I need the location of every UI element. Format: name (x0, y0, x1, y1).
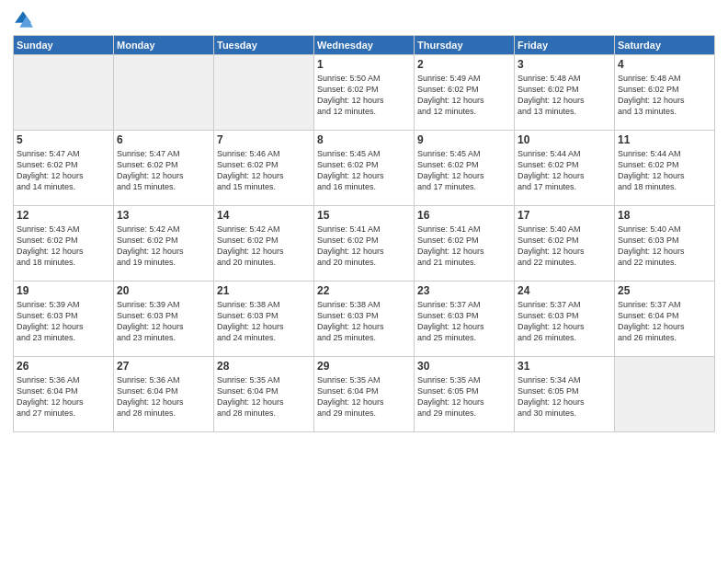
day-info: Sunrise: 5:37 AM Sunset: 6:03 PM Dayligh… (518, 299, 611, 344)
day-info: Sunrise: 5:36 AM Sunset: 6:04 PM Dayligh… (17, 374, 110, 419)
day-info: Sunrise: 5:46 AM Sunset: 6:02 PM Dayligh… (217, 148, 311, 193)
day-number: 10 (518, 133, 611, 146)
calendar-cell (615, 357, 715, 432)
day-number: 12 (17, 209, 110, 222)
calendar-cell (214, 55, 314, 131)
day-number: 22 (317, 284, 411, 297)
weekday-header-tuesday: Tuesday (214, 36, 314, 55)
calendar-cell: 17Sunrise: 5:40 AM Sunset: 6:02 PM Dayli… (515, 206, 615, 282)
day-number: 9 (417, 133, 511, 146)
calendar-cell: 27Sunrise: 5:36 AM Sunset: 6:04 PM Dayli… (114, 357, 214, 432)
calendar-cell: 7Sunrise: 5:46 AM Sunset: 6:02 PM Daylig… (214, 131, 314, 206)
day-info: Sunrise: 5:47 AM Sunset: 6:02 PM Dayligh… (117, 148, 210, 193)
day-info: Sunrise: 5:37 AM Sunset: 6:04 PM Dayligh… (618, 299, 711, 344)
header (13, 9, 715, 29)
day-number: 17 (518, 209, 611, 222)
calendar-cell: 29Sunrise: 5:35 AM Sunset: 6:04 PM Dayli… (314, 357, 415, 432)
day-info: Sunrise: 5:41 AM Sunset: 6:02 PM Dayligh… (317, 224, 411, 269)
day-number: 25 (618, 284, 711, 297)
calendar-cell: 3Sunrise: 5:48 AM Sunset: 6:02 PM Daylig… (515, 55, 615, 131)
day-number: 14 (217, 209, 311, 222)
day-number: 18 (618, 209, 711, 222)
day-info: Sunrise: 5:39 AM Sunset: 6:03 PM Dayligh… (117, 299, 210, 344)
calendar-cell: 21Sunrise: 5:38 AM Sunset: 6:03 PM Dayli… (214, 282, 314, 357)
day-info: Sunrise: 5:35 AM Sunset: 6:05 PM Dayligh… (417, 374, 511, 419)
calendar-cell: 2Sunrise: 5:49 AM Sunset: 6:02 PM Daylig… (415, 55, 515, 131)
day-info: Sunrise: 5:38 AM Sunset: 6:03 PM Dayligh… (217, 299, 311, 344)
calendar-week-2: 5Sunrise: 5:47 AM Sunset: 6:02 PM Daylig… (14, 131, 715, 206)
calendar-cell: 26Sunrise: 5:36 AM Sunset: 6:04 PM Dayli… (14, 357, 114, 432)
day-number: 21 (217, 284, 311, 297)
day-number: 31 (518, 360, 611, 373)
day-number: 2 (417, 58, 511, 71)
day-info: Sunrise: 5:36 AM Sunset: 6:04 PM Dayligh… (117, 374, 210, 419)
weekday-header-friday: Friday (515, 36, 615, 55)
day-info: Sunrise: 5:44 AM Sunset: 6:02 PM Dayligh… (618, 148, 711, 193)
day-number: 11 (618, 133, 711, 146)
day-info: Sunrise: 5:47 AM Sunset: 6:02 PM Dayligh… (17, 148, 110, 193)
calendar-cell: 9Sunrise: 5:45 AM Sunset: 6:02 PM Daylig… (415, 131, 515, 206)
calendar-cell: 8Sunrise: 5:45 AM Sunset: 6:02 PM Daylig… (314, 131, 415, 206)
weekday-header-wednesday: Wednesday (314, 36, 415, 55)
day-info: Sunrise: 5:42 AM Sunset: 6:02 PM Dayligh… (217, 224, 311, 269)
calendar-cell: 13Sunrise: 5:42 AM Sunset: 6:02 PM Dayli… (114, 206, 214, 282)
day-number: 16 (417, 209, 511, 222)
day-number: 8 (317, 133, 411, 146)
calendar-cell: 5Sunrise: 5:47 AM Sunset: 6:02 PM Daylig… (14, 131, 114, 206)
day-info: Sunrise: 5:38 AM Sunset: 6:03 PM Dayligh… (317, 299, 411, 344)
calendar-cell: 10Sunrise: 5:44 AM Sunset: 6:02 PM Dayli… (515, 131, 615, 206)
day-info: Sunrise: 5:40 AM Sunset: 6:03 PM Dayligh… (618, 224, 711, 269)
calendar-cell: 12Sunrise: 5:43 AM Sunset: 6:02 PM Dayli… (14, 206, 114, 282)
day-info: Sunrise: 5:45 AM Sunset: 6:02 PM Dayligh… (417, 148, 511, 193)
calendar-table: SundayMondayTuesdayWednesdayThursdayFrid… (13, 35, 715, 432)
calendar-cell: 6Sunrise: 5:47 AM Sunset: 6:02 PM Daylig… (114, 131, 214, 206)
calendar-cell: 30Sunrise: 5:35 AM Sunset: 6:05 PM Dayli… (415, 357, 515, 432)
day-number: 7 (217, 133, 311, 146)
calendar-cell: 1Sunrise: 5:50 AM Sunset: 6:02 PM Daylig… (314, 55, 415, 131)
day-number: 4 (618, 58, 711, 71)
calendar-header-row: SundayMondayTuesdayWednesdayThursdayFrid… (14, 36, 715, 55)
day-info: Sunrise: 5:35 AM Sunset: 6:04 PM Dayligh… (317, 374, 411, 419)
day-number: 15 (317, 209, 411, 222)
calendar-cell: 11Sunrise: 5:44 AM Sunset: 6:02 PM Dayli… (615, 131, 715, 206)
weekday-header-saturday: Saturday (615, 36, 715, 55)
calendar-cell (14, 55, 114, 131)
day-number: 13 (117, 209, 210, 222)
day-info: Sunrise: 5:48 AM Sunset: 6:02 PM Dayligh… (518, 73, 611, 118)
calendar-cell: 25Sunrise: 5:37 AM Sunset: 6:04 PM Dayli… (615, 282, 715, 357)
day-number: 1 (317, 58, 411, 71)
calendar-cell: 31Sunrise: 5:34 AM Sunset: 6:05 PM Dayli… (515, 357, 615, 432)
day-number: 28 (217, 360, 311, 373)
day-number: 3 (518, 58, 611, 71)
day-info: Sunrise: 5:50 AM Sunset: 6:02 PM Dayligh… (317, 73, 411, 118)
calendar-cell: 19Sunrise: 5:39 AM Sunset: 6:03 PM Dayli… (14, 282, 114, 357)
calendar-cell: 14Sunrise: 5:42 AM Sunset: 6:02 PM Dayli… (214, 206, 314, 282)
day-info: Sunrise: 5:42 AM Sunset: 6:02 PM Dayligh… (117, 224, 210, 269)
day-number: 6 (117, 133, 210, 146)
day-number: 27 (117, 360, 210, 373)
day-info: Sunrise: 5:44 AM Sunset: 6:02 PM Dayligh… (518, 148, 611, 193)
calendar-cell: 24Sunrise: 5:37 AM Sunset: 6:03 PM Dayli… (515, 282, 615, 357)
day-info: Sunrise: 5:35 AM Sunset: 6:04 PM Dayligh… (217, 374, 311, 419)
day-number: 20 (117, 284, 210, 297)
weekday-header-sunday: Sunday (14, 36, 114, 55)
calendar-cell: 18Sunrise: 5:40 AM Sunset: 6:03 PM Dayli… (615, 206, 715, 282)
logo-icon (13, 9, 33, 29)
weekday-header-monday: Monday (114, 36, 214, 55)
day-info: Sunrise: 5:40 AM Sunset: 6:02 PM Dayligh… (518, 224, 611, 269)
calendar-week-3: 12Sunrise: 5:43 AM Sunset: 6:02 PM Dayli… (14, 206, 715, 282)
day-number: 24 (518, 284, 611, 297)
calendar-cell: 22Sunrise: 5:38 AM Sunset: 6:03 PM Dayli… (314, 282, 415, 357)
day-info: Sunrise: 5:45 AM Sunset: 6:02 PM Dayligh… (317, 148, 411, 193)
page: SundayMondayTuesdayWednesdayThursdayFrid… (0, 0, 728, 563)
day-number: 29 (317, 360, 411, 373)
day-number: 23 (417, 284, 511, 297)
calendar-cell: 4Sunrise: 5:48 AM Sunset: 6:02 PM Daylig… (615, 55, 715, 131)
day-info: Sunrise: 5:39 AM Sunset: 6:03 PM Dayligh… (17, 299, 110, 344)
calendar-week-1: 1Sunrise: 5:50 AM Sunset: 6:02 PM Daylig… (14, 55, 715, 131)
logo (13, 9, 37, 29)
calendar-cell: 15Sunrise: 5:41 AM Sunset: 6:02 PM Dayli… (314, 206, 415, 282)
calendar-week-5: 26Sunrise: 5:36 AM Sunset: 6:04 PM Dayli… (14, 357, 715, 432)
day-number: 30 (417, 360, 511, 373)
calendar-cell: 20Sunrise: 5:39 AM Sunset: 6:03 PM Dayli… (114, 282, 214, 357)
